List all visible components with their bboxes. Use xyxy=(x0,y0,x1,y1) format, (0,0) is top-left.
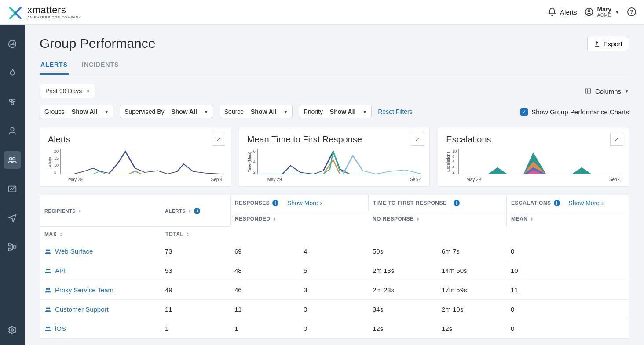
table-row: Proxy Service Team494632m 23s17m 59s11 xyxy=(40,280,629,300)
recipient-link[interactable]: Web Surface xyxy=(40,242,161,261)
table-body[interactable]: Web Surface7369450s6m 7s0API534852m 13s1… xyxy=(40,242,629,338)
cell-mean: 2m 23s xyxy=(368,280,437,299)
columns-icon xyxy=(585,87,592,94)
nav-users[interactable] xyxy=(4,122,21,140)
bell-icon xyxy=(548,7,556,16)
show-charts-toggle[interactable]: ✓ Show Group Performance Charts xyxy=(520,108,629,116)
th-alerts[interactable]: ALERTS▲▼i xyxy=(161,195,230,226)
help-button[interactable]: ? xyxy=(627,7,636,16)
table-row: iOS11012s12s0 xyxy=(40,319,629,338)
filter-groups[interactable]: Groups Show All ▼ xyxy=(40,105,113,118)
time-range-dropdown[interactable]: Past 90 Days ▲▼ xyxy=(40,84,95,98)
cell-total: 10 xyxy=(506,261,625,280)
info-icon[interactable]: i xyxy=(272,200,278,206)
th-total[interactable]: TOTAL▲▼ xyxy=(161,226,230,242)
th-noresponse[interactable]: NO RESPONSE▲▼ xyxy=(368,211,506,226)
card-alerts: Alerts ⤢ Alerts 2015105 May xyxy=(40,127,231,187)
nav-settings[interactable] xyxy=(4,321,21,339)
upload-icon xyxy=(594,41,600,47)
table-row: API534852m 13s14m 50s10 xyxy=(40,261,629,280)
yaxis-alerts: 2015105 xyxy=(52,149,60,174)
nav-incidents[interactable] xyxy=(4,64,21,82)
th-max[interactable]: MAX▲▼ xyxy=(40,226,161,242)
filter-priority[interactable]: Priority Show All ▼ xyxy=(299,105,372,118)
recipient-link[interactable]: Proxy Service Team xyxy=(40,280,161,299)
user-org: ACME xyxy=(597,13,611,18)
user-name: Mary xyxy=(597,6,611,13)
cell-noresponse: 3 xyxy=(299,280,368,299)
card-mttr-title: Mean Time to First Response xyxy=(247,134,422,145)
nav-workflows[interactable] xyxy=(4,238,21,256)
svg-point-22 xyxy=(48,269,50,270)
table-row: Customer Support1111034s2m 10s0 xyxy=(40,300,629,319)
svg-point-20 xyxy=(48,249,50,251)
expand-mttr[interactable]: ⤢ xyxy=(411,133,424,146)
info-icon[interactable]: i xyxy=(454,200,460,206)
yaxis-esc: 108642 xyxy=(450,149,458,174)
cell-max: 12s xyxy=(437,319,506,338)
cell-responded: 69 xyxy=(230,242,299,261)
card-esc-title: Escalations xyxy=(446,134,621,145)
svg-point-3 xyxy=(10,99,12,102)
plot-esc xyxy=(458,149,621,174)
th-mean[interactable]: MEAN▲▼ xyxy=(506,211,625,226)
nav-services[interactable] xyxy=(4,93,21,111)
filter-supervised[interactable]: Supervised By Show All ▼ xyxy=(120,105,213,118)
user-icon xyxy=(585,7,593,16)
columns-button[interactable]: Columns ▼ xyxy=(585,87,629,95)
reset-filters[interactable]: Reset Filters xyxy=(378,108,413,115)
th-ttfr-group: TIME TO FIRST RESPONSE i xyxy=(368,195,506,211)
recipient-link[interactable]: iOS xyxy=(40,319,161,338)
cell-max: 17m 59s xyxy=(437,280,506,299)
svg-point-8 xyxy=(13,158,15,160)
user-menu[interactable]: Mary ACME ▼ xyxy=(585,6,619,18)
card-mttr: Mean Time to First Response ⤢ Time (Mins… xyxy=(239,127,430,187)
nav-messaging[interactable] xyxy=(4,209,21,227)
svg-point-24 xyxy=(48,288,50,290)
svg-point-27 xyxy=(46,327,48,328)
brand-tagline: AN EVERBRIDGE COMPANY xyxy=(27,16,81,19)
cell-mean: 2m 13s xyxy=(368,261,437,280)
th-responses-group: RESPONSESi Show More › xyxy=(230,195,368,211)
svg-point-28 xyxy=(48,327,50,328)
alerts-bell[interactable]: Alerts xyxy=(548,7,577,16)
cell-noresponse: 4 xyxy=(299,242,368,261)
cell-noresponse: 0 xyxy=(299,319,368,338)
cell-noresponse: 0 xyxy=(299,300,368,319)
nav-dashboard[interactable] xyxy=(4,35,21,53)
export-button[interactable]: Export xyxy=(587,36,629,51)
th-responded[interactable]: RESPONDED▲▼ xyxy=(230,211,368,226)
plot-mttr xyxy=(257,149,422,174)
filter-source[interactable]: Source Show All ▼ xyxy=(220,105,293,118)
expand-esc[interactable]: ⤢ xyxy=(610,133,623,146)
cell-responded: 48 xyxy=(230,261,299,280)
showmore-responses[interactable]: Show More › xyxy=(287,200,322,207)
caret-down-icon: ▼ xyxy=(615,10,619,15)
svg-point-7 xyxy=(10,158,12,160)
svg-rect-10 xyxy=(9,243,11,246)
nav-analytics[interactable] xyxy=(4,180,21,198)
cell-mean: 50s xyxy=(368,242,437,261)
brand-name: xmatters xyxy=(27,5,81,15)
info-icon[interactable]: i xyxy=(194,208,200,214)
th-recipients[interactable]: RECIPIENTS▲▼ xyxy=(40,195,161,226)
cell-max: 14m 50s xyxy=(437,261,506,280)
expand-alerts[interactable]: ⤢ xyxy=(212,133,225,146)
cell-noresponse: 5 xyxy=(299,261,368,280)
svg-rect-11 xyxy=(14,246,16,248)
cell-alerts: 1 xyxy=(161,319,230,338)
logo[interactable]: xmatters AN EVERBRIDGE COMPANY xyxy=(8,5,81,20)
sidenav xyxy=(0,25,25,345)
tab-incidents[interactable]: INCIDENTS xyxy=(81,58,120,75)
cell-mean: 34s xyxy=(368,300,437,319)
tab-alerts[interactable]: ALERTS xyxy=(40,58,69,75)
info-icon[interactable]: i xyxy=(554,200,560,206)
recipient-link[interactable]: Customer Support xyxy=(40,300,161,319)
page-title: Group Performance xyxy=(40,36,155,51)
content: Group Performance Export ALERTS INCIDENT… xyxy=(25,25,644,345)
cell-total: 11 xyxy=(506,280,625,299)
showmore-escalations[interactable]: Show More › xyxy=(568,200,603,207)
cell-alerts: 49 xyxy=(161,280,230,299)
recipient-link[interactable]: API xyxy=(40,261,161,280)
nav-groups[interactable] xyxy=(4,151,21,169)
